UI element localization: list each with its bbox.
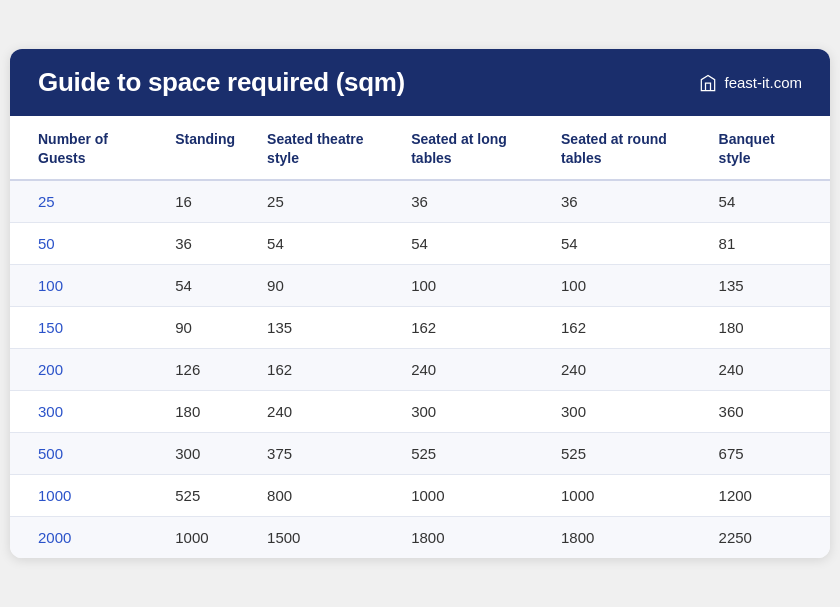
cell-standing: 525 [159, 474, 251, 516]
brand-logo: feast-it.com [698, 73, 802, 93]
cell-standing: 54 [159, 264, 251, 306]
cell-banquet: 675 [703, 432, 830, 474]
col-header-theatre: Seated theatre style [251, 116, 395, 179]
brand-name: feast-it.com [724, 74, 802, 91]
cell-banquet: 180 [703, 306, 830, 348]
table-row: 200010001500180018002250 [10, 516, 830, 558]
cell-round: 162 [545, 306, 703, 348]
cell-banquet: 2250 [703, 516, 830, 558]
cell-guests: 100 [10, 264, 159, 306]
space-guide-table: Number of Guests Standing Seated theatre… [10, 116, 830, 557]
cell-guests: 150 [10, 306, 159, 348]
cell-round: 54 [545, 222, 703, 264]
cell-theatre: 135 [251, 306, 395, 348]
table-row: 500300375525525675 [10, 432, 830, 474]
table-header-row: Number of Guests Standing Seated theatre… [10, 116, 830, 179]
cell-guests: 300 [10, 390, 159, 432]
cell-guests: 50 [10, 222, 159, 264]
main-card: Guide to space required (sqm) feast-it.c… [10, 49, 830, 557]
col-header-guests: Number of Guests [10, 116, 159, 179]
cell-standing: 90 [159, 306, 251, 348]
cell-long: 54 [395, 222, 545, 264]
cell-guests: 500 [10, 432, 159, 474]
cell-banquet: 135 [703, 264, 830, 306]
cell-guests: 2000 [10, 516, 159, 558]
cell-banquet: 240 [703, 348, 830, 390]
cell-standing: 126 [159, 348, 251, 390]
table-row: 1000525800100010001200 [10, 474, 830, 516]
cell-theatre: 25 [251, 180, 395, 223]
cell-long: 1000 [395, 474, 545, 516]
cell-long: 1800 [395, 516, 545, 558]
col-header-round: Seated at round tables [545, 116, 703, 179]
table-row: 503654545481 [10, 222, 830, 264]
cell-guests: 25 [10, 180, 159, 223]
cell-long: 300 [395, 390, 545, 432]
cell-long: 162 [395, 306, 545, 348]
cell-long: 240 [395, 348, 545, 390]
cell-banquet: 54 [703, 180, 830, 223]
cell-round: 300 [545, 390, 703, 432]
header: Guide to space required (sqm) feast-it.c… [10, 49, 830, 116]
table-row: 300180240300300360 [10, 390, 830, 432]
table-row: 1005490100100135 [10, 264, 830, 306]
cell-standing: 180 [159, 390, 251, 432]
cell-theatre: 90 [251, 264, 395, 306]
col-header-long: Seated at long tables [395, 116, 545, 179]
page-title: Guide to space required (sqm) [38, 67, 405, 98]
cell-long: 525 [395, 432, 545, 474]
cell-round: 1000 [545, 474, 703, 516]
cell-round: 525 [545, 432, 703, 474]
cell-guests: 1000 [10, 474, 159, 516]
col-header-banquet: Banquet style [703, 116, 830, 179]
cell-standing: 1000 [159, 516, 251, 558]
cell-round: 100 [545, 264, 703, 306]
col-header-standing: Standing [159, 116, 251, 179]
cell-theatre: 54 [251, 222, 395, 264]
table-row: 15090135162162180 [10, 306, 830, 348]
cell-theatre: 375 [251, 432, 395, 474]
cell-theatre: 1500 [251, 516, 395, 558]
cell-guests: 200 [10, 348, 159, 390]
cell-standing: 300 [159, 432, 251, 474]
cell-theatre: 162 [251, 348, 395, 390]
cell-standing: 36 [159, 222, 251, 264]
table-row: 251625363654 [10, 180, 830, 223]
table-row: 200126162240240240 [10, 348, 830, 390]
cell-long: 100 [395, 264, 545, 306]
cell-round: 1800 [545, 516, 703, 558]
cell-banquet: 360 [703, 390, 830, 432]
cell-banquet: 81 [703, 222, 830, 264]
cell-round: 240 [545, 348, 703, 390]
cell-theatre: 800 [251, 474, 395, 516]
cell-banquet: 1200 [703, 474, 830, 516]
cell-round: 36 [545, 180, 703, 223]
brand-icon [698, 73, 718, 93]
cell-long: 36 [395, 180, 545, 223]
cell-standing: 16 [159, 180, 251, 223]
cell-theatre: 240 [251, 390, 395, 432]
